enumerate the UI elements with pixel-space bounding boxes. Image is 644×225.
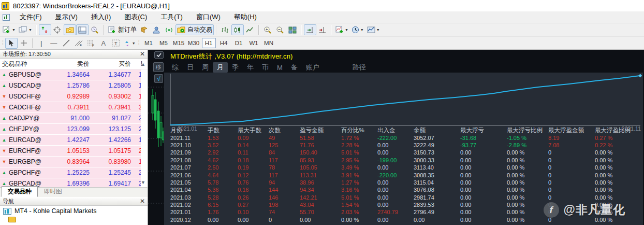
timeframe-mn[interactable]: MN [262,38,276,48]
ea-move-button[interactable]: 移 [153,62,164,72]
auto-scroll-button[interactable] [304,24,316,35]
indicators-button[interactable]: ▼ [334,24,350,35]
navigator-toggle-button[interactable] [64,24,76,35]
timeframe-m1[interactable]: M1 [142,38,156,48]
profiles-button[interactable]: ▼ [17,24,34,35]
fibonacci-tool-button[interactable]: F [85,38,97,49]
timeframe-m30[interactable]: M30 [187,38,201,48]
timeframe-w1[interactable]: W1 [247,38,261,48]
timeframe-h1[interactable]: H1 [202,38,216,48]
menu-item-6[interactable]: 帮助(H) [227,11,264,23]
scroll-up-icon[interactable]: ▲ [141,62,145,67]
crosshair-tool-button[interactable] [18,38,30,49]
market-watch-row-EURCAD[interactable]: ▲EURCAD@1.422471.4226619 [0,135,141,146]
stats-tab-账户[interactable]: 账户 [302,62,324,73]
label-tool-button[interactable]: T [110,38,122,49]
trendline-tool-button[interactable] [60,38,72,49]
toolbar-drag-handle[interactable]: ⁞ [2,41,3,45]
arrows-icon [124,40,131,47]
mt4-window: 8023397: WindsorBrokers-REAL2 - [EURAUD@… [0,0,644,225]
ask-cell: 1.05175 [93,147,135,154]
menu-item-5[interactable]: 窗口(W) [189,11,227,23]
symbol-cell: ▲CHFJPY@ [0,125,53,133]
signals-button[interactable] [163,24,175,35]
zoom-out-button[interactable] [274,24,286,35]
column-symbol[interactable]: 交易品种 [0,60,53,68]
close-icon[interactable]: ✕ [140,199,145,204]
stats-tab-季[interactable]: 季 [228,62,243,73]
scroll-down-icon[interactable]: ▼ [141,180,145,185]
stats-tab-综[interactable]: 综 [168,62,183,73]
ea-collapse-button[interactable] [154,51,164,59]
equity-curve-chart [164,73,643,126]
stats-tab-日[interactable]: 日 [183,62,198,73]
new-chart-button[interactable]: ▼ [1,24,17,35]
cursor-tool-button[interactable] [5,38,18,49]
menu-item-4[interactable]: 工具(T) [154,11,189,23]
metaeditor-button[interactable] [138,24,151,35]
channel-tool-button[interactable]: E [72,38,85,49]
spread-cell: 16 [135,158,141,165]
timeframe-m15[interactable]: M15 [172,38,186,48]
bar-chart-button[interactable] [219,24,231,35]
stats-cell: 0.26 [238,194,269,201]
candlestick-chart-button[interactable] [231,24,244,35]
navigator-accounts-item[interactable] [8,217,148,222]
stats-cell: 0.10 [238,209,269,215]
tab-交易品种[interactable]: 交易品种 [2,186,38,197]
expert-advisors-button[interactable] [151,24,163,35]
stats-tab-月[interactable]: 月 [213,62,228,73]
menu-item-2[interactable]: 插入(I) [84,11,118,23]
market-watch-row-CADJPY[interactable]: ▲CADJPY@91.00091.02727 [0,113,141,124]
market-watch-row-EURGBP[interactable]: ▼EURGBP@0.839640.8398016 [0,157,141,167]
stats-tab-币[interactable]: 币 [258,62,273,73]
stats-tab-备[interactable]: 备 [287,62,302,73]
stats-cell: 0.00 [460,164,507,171]
stats-tab-年[interactable]: 年 [243,62,258,73]
strategy-tester-button[interactable] [89,24,101,35]
close-icon[interactable]: ✕ [140,51,145,57]
menu-item-0[interactable]: 文件(F) [13,11,49,23]
market-watch-toggle-button[interactable] [39,24,51,35]
zoom-in-button[interactable] [261,24,274,35]
stats-tab-M[interactable]: M [273,63,287,72]
templates-button[interactable]: ▼ [365,24,382,35]
market-watch-row-GBPCHF[interactable]: ▲GBPCHF@1.252251.2524520 [0,167,141,178]
vertical-line-tool-button[interactable]: | [35,38,48,49]
line-chart-button[interactable] [244,24,256,35]
menu-item-3[interactable]: 图表(C) [118,11,154,23]
market-watch-row-CADCHF[interactable]: ▼CADCHF@0.739110.7394130 [0,102,141,113]
chart-shift-button[interactable] [316,24,329,35]
market-watch-row-USDCAD[interactable]: ▲USDCAD@1.257861.2580519 [0,80,141,91]
market-watch-row-EURCHF[interactable]: ▼EURCHF@1.051531.0517522 [0,146,141,157]
market-watch-row-GBPUSD[interactable]: ▲GBPUSD@1.346641.3467713 [0,69,141,80]
arrows-tool-button[interactable]: ▼ [122,38,137,49]
column-bid[interactable]: 卖价 [53,60,93,68]
navigator-root-item[interactable]: MT4 - Kohle Capital Markets [0,206,148,215]
horizontal-line-tool-button[interactable]: — [48,38,60,49]
tile-windows-button[interactable] [286,24,299,35]
market-watch-row-CHFJPY[interactable]: ▲CHFJPY@123.099123.12526 [0,124,141,135]
timeframe-h4[interactable]: H4 [217,38,231,48]
timeframe-d1[interactable]: D1 [232,38,246,48]
market-watch-tabs: 交易品种即时图 [0,187,148,197]
stats-cell: 94.34 [300,187,341,193]
stats-tab-周[interactable]: 周 [198,62,213,73]
market-watch-row-USDCHF[interactable]: ▼USDCHF@0.929890.9300213 [0,91,141,102]
spread-cell: 21 [135,180,141,187]
stats-cell: 0.00 [460,202,507,208]
menu-item-1[interactable]: 显示(V) [49,11,84,23]
stats-cell: 105.05 [300,164,341,171]
periods-button[interactable]: ▼ [350,24,365,35]
timeframe-m5[interactable]: M5 [157,38,171,48]
tab-即时图[interactable]: 即时图 [38,186,68,197]
data-window-button[interactable] [51,24,64,35]
ea-check-button[interactable]: √ [154,74,163,83]
column-ask[interactable]: 买价 [93,60,135,68]
new-order-button[interactable]: 新订单 [106,24,138,35]
stats-tab-路径[interactable]: 路径 [348,62,370,73]
autotrading-button[interactable]: 自动交易 [175,24,214,35]
text-tool-button[interactable]: A [97,38,110,49]
terminal-toggle-button[interactable] [76,24,89,35]
toolbar-drag-handle[interactable]: ⁞ [138,41,139,45]
